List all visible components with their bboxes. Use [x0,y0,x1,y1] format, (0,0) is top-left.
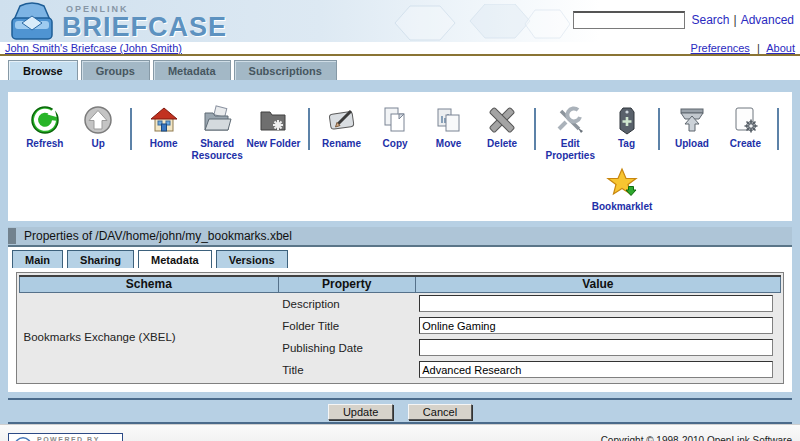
breadcrumb-separator: | [757,42,760,54]
section-marker [8,228,18,244]
description-input[interactable] [419,295,773,312]
home-button[interactable]: Home [137,104,191,150]
refresh-icon [29,104,61,136]
advanced-search-link[interactable]: Advanced [741,13,794,27]
move-button[interactable]: Move [422,104,476,150]
upload-button[interactable]: Upload [665,104,719,150]
create-icon [729,104,761,136]
tab-sharing[interactable]: Sharing [67,250,134,268]
schema-name: Bookmarks Exchange (XBEL) [20,293,279,381]
new-folder-icon [257,104,289,136]
delete-icon [486,104,518,136]
properties-panel: Main Sharing Metadata Versions Schema Pr… [8,247,792,392]
metadata-table-frame: Schema Property Value Bookmarks Exchange… [16,272,784,384]
bookmarklet-icon [606,167,638,199]
schema-column-header: Schema [20,276,279,293]
property-label: Folder Title [278,315,415,337]
toolbar-separator [130,108,132,150]
properties-header-bar: Properties of /DAV/home/john/my_bookmark… [8,227,792,247]
title-input[interactable] [419,361,773,378]
tab-main[interactable]: Main [12,250,63,268]
metadata-table: Schema Property Value Bookmarks Exchange… [19,275,781,381]
tab-metadata[interactable]: Metadata [153,60,231,80]
briefcase-logo-icon [6,2,58,42]
search-link[interactable]: Search [691,13,729,27]
preferences-link[interactable]: Preferences [691,42,750,54]
delete-button[interactable]: Delete [475,104,529,150]
powered-by-label: POWERED BY [37,436,114,441]
property-label: Publishing Date [278,337,415,359]
copyright-text: Copyright © 1998-2010 OpenLink Software [601,433,792,441]
create-button[interactable]: Create [719,104,773,150]
top-header: OPENLINK BRIEFCASE Search | Advanced [0,0,800,42]
briefcase-logo[interactable]: OPENLINK BRIEFCASE [0,0,227,42]
home-icon [148,104,180,136]
edit-properties-button[interactable]: Edit Properties [541,104,600,161]
update-button[interactable]: Update [328,404,393,420]
publishing-date-input[interactable] [419,339,773,356]
copy-icon [379,104,411,136]
brand-text: OPENLINK BRIEFCASE [62,2,227,41]
tab-groups[interactable]: Groups [81,60,150,80]
tab-versions[interactable]: Versions [216,250,288,268]
table-header-row: Schema Property Value [20,276,781,293]
breadcrumb-title-link[interactable]: John Smith's Briefcase (John Smith) [5,42,182,54]
rename-button[interactable]: Rename [315,104,369,150]
link-separator: | [734,13,737,27]
search-input[interactable] [573,11,685,29]
toolbar-separator [658,108,660,150]
value-column-header: Value [415,276,780,293]
folder-title-input[interactable] [419,317,773,334]
move-icon [433,104,465,136]
breadcrumb: John Smith's Briefcase (John Smith) Pref… [0,42,800,56]
edit-properties-icon [554,104,586,136]
property-label: Description [278,293,415,315]
shared-resources-button[interactable]: Shared Resources [190,104,244,161]
properties-tab-bar: Main Sharing Metadata Versions [8,250,792,268]
refresh-button[interactable]: Refresh [18,104,72,150]
footer: POWERED BY VIRTUOSO Copyright © 1998-201… [0,424,800,441]
brand-briefcase: BRIEFCASE [62,14,227,41]
upload-icon [676,104,708,136]
powered-by-virtuoso-badge[interactable]: POWERED BY VIRTUOSO [8,433,123,441]
bookmarklet-button[interactable]: Bookmarklet [590,167,654,213]
toolbar-separator [308,108,310,150]
table-row: Bookmarks Exchange (XBEL) Description [20,293,781,315]
cancel-button[interactable]: Cancel [408,404,472,420]
properties-title: Properties of /DAV/home/john/my_bookmark… [24,229,292,243]
virtuoso-swirl-icon [13,436,33,441]
up-icon [82,104,114,136]
tab-browse[interactable]: Browse [8,60,78,80]
tag-button[interactable]: Tag [600,104,654,150]
property-column-header: Property [278,276,415,293]
main-tab-bar: Browse Groups Metadata Subscriptions [0,56,800,80]
hexagon-decoration [380,4,570,42]
toolbar-separator [534,108,536,150]
new-folder-button[interactable]: New Folder [244,104,303,150]
shared-resources-icon [201,104,233,136]
tab-subscriptions[interactable]: Subscriptions [234,60,337,80]
app-body: Refresh Up [0,80,800,424]
rename-icon [326,104,358,136]
tab-metadata-properties[interactable]: Metadata [138,250,212,268]
about-link[interactable]: About [766,42,795,54]
tag-icon [611,104,643,136]
briefcase-app: OPENLINK BRIEFCASE Search | Advanced Joh… [0,0,800,441]
toolbar-separator [777,108,779,150]
property-label: Title [278,359,415,381]
toolbar: Refresh Up [8,92,792,221]
actions-bar: Update Cancel [8,398,792,424]
copy-button[interactable]: Copy [368,104,422,150]
up-button[interactable]: Up [72,104,126,150]
